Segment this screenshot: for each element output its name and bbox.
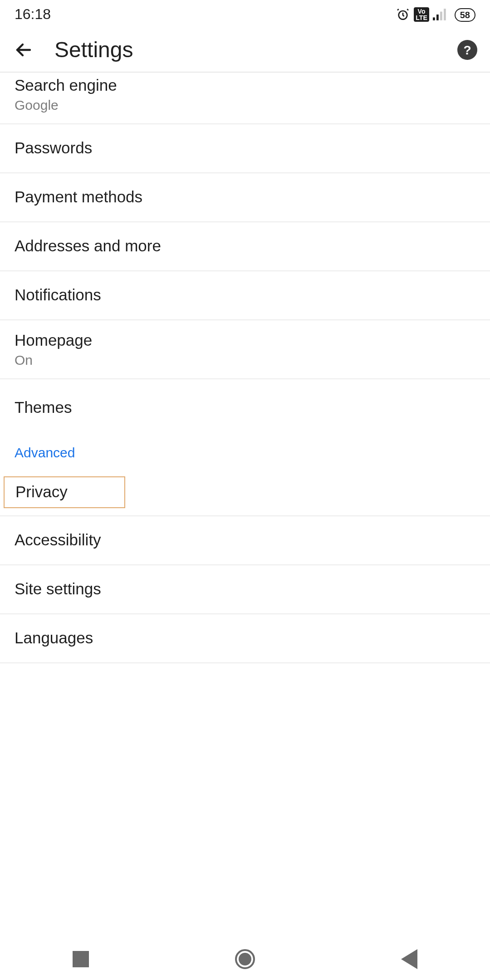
nav-recents-button[interactable] [73, 951, 89, 967]
row-accessibility[interactable]: Accessibility [0, 516, 490, 565]
status-time: 16:18 [15, 6, 51, 23]
row-passwords[interactable]: Passwords [0, 124, 490, 173]
row-languages[interactable]: Languages [0, 614, 490, 663]
row-subtitle: On [15, 352, 475, 368]
row-title: Search engine [15, 76, 475, 95]
row-site-settings[interactable]: Site settings [0, 565, 490, 614]
signal-icon [433, 8, 447, 21]
row-title: Payment methods [15, 188, 475, 207]
battery-indicator: 58 [455, 8, 475, 21]
row-privacy[interactable]: Privacy [0, 469, 490, 516]
row-subtitle: Google [15, 97, 475, 113]
help-icon[interactable]: ? [457, 39, 477, 59]
back-button[interactable] [13, 39, 34, 60]
row-title: Homepage [15, 331, 475, 350]
page-title: Settings [54, 37, 437, 62]
row-title: Passwords [15, 139, 475, 158]
alarm-icon [396, 7, 410, 22]
section-header-advanced: Advanced [0, 428, 490, 469]
row-addresses[interactable]: Addresses and more [0, 222, 490, 271]
row-title: Accessibility [15, 531, 475, 550]
navigation-bar [0, 938, 490, 980]
row-payment-methods[interactable]: Payment methods [0, 173, 490, 222]
nav-back-button[interactable] [401, 949, 417, 969]
volte-icon: VoLTE [414, 7, 429, 22]
svg-rect-2 [436, 15, 439, 20]
status-indicators: VoLTE 58 [396, 7, 475, 22]
row-title: Addresses and more [15, 237, 475, 256]
row-title: Privacy [4, 476, 125, 508]
app-bar: Settings ? [0, 27, 490, 73]
nav-home-button[interactable] [235, 949, 255, 969]
row-title: Themes [15, 398, 475, 417]
svg-rect-4 [444, 9, 446, 20]
row-homepage[interactable]: Homepage On [0, 320, 490, 379]
row-title: Notifications [15, 286, 475, 305]
row-title: Site settings [15, 580, 475, 599]
svg-rect-3 [440, 12, 442, 20]
row-title: Languages [15, 629, 475, 648]
status-bar: 16:18 VoLTE 58 [0, 0, 490, 27]
row-notifications[interactable]: Notifications [0, 271, 490, 320]
svg-rect-1 [433, 17, 435, 20]
row-themes[interactable]: Themes [0, 379, 490, 428]
settings-list: Search engine Google Passwords Payment m… [0, 73, 490, 938]
row-search-engine[interactable]: Search engine Google [0, 73, 490, 124]
